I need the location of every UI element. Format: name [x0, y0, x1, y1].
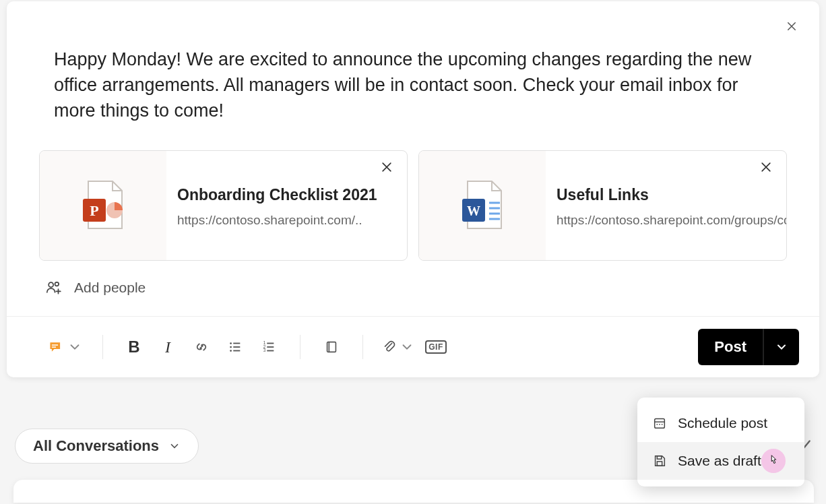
svg-rect-32 [657, 456, 661, 460]
gif-button[interactable]: GIF [421, 332, 451, 362]
bullet-list-button[interactable] [220, 332, 250, 362]
attachments-row: P Onboarding Checklist 2021 https://cont… [7, 150, 819, 273]
save-icon [652, 453, 667, 468]
attachment-card[interactable]: W Useful Links https://contoso.sharepoin… [418, 150, 787, 261]
svg-point-13 [230, 343, 232, 345]
attachment-body: Onboarding Checklist 2021 https://contos… [166, 151, 393, 260]
svg-rect-33 [657, 462, 662, 466]
svg-text:P: P [90, 202, 98, 219]
bold-button[interactable]: B [119, 332, 149, 362]
attachment-url: https://contoso.sharepoint.com/.. [177, 212, 377, 229]
separator [300, 335, 300, 359]
chevron-down-icon [168, 440, 181, 452]
gif-icon: GIF [425, 340, 447, 354]
svg-rect-11 [52, 345, 58, 346]
word-file-icon: W [458, 179, 507, 232]
topic-button[interactable] [317, 332, 346, 362]
svg-point-15 [230, 346, 232, 348]
book-icon [324, 340, 339, 354]
close-icon [759, 160, 773, 174]
bold-icon: B [128, 338, 139, 356]
bullet-list-icon [228, 340, 243, 354]
discussion-icon [49, 340, 63, 354]
svg-point-30 [659, 424, 660, 425]
powerpoint-file-icon: P [79, 179, 127, 232]
calendar-icon [652, 416, 667, 431]
add-people-row[interactable]: Add people [7, 273, 819, 316]
close-compose-button[interactable] [786, 20, 802, 36]
italic-icon: I [165, 338, 170, 356]
link-icon [194, 340, 209, 354]
svg-point-31 [662, 424, 663, 425]
svg-point-17 [230, 350, 232, 352]
close-icon [380, 160, 393, 174]
filter-label: All Conversations [33, 437, 159, 455]
attachment-title: Onboarding Checklist 2021 [177, 185, 377, 206]
svg-rect-12 [52, 347, 56, 348]
svg-text:W: W [467, 203, 480, 218]
paperclip-icon [382, 340, 397, 354]
attachment-url: https://contoso.sharepoint.com/groups/co… [557, 212, 787, 229]
attachment-card[interactable]: P Onboarding Checklist 2021 https://cont… [39, 150, 408, 261]
post-button[interactable]: Post [698, 329, 763, 365]
post-split-button: Post [698, 329, 799, 365]
numbered-list-icon: 1 2 3 [261, 340, 276, 354]
separator [102, 335, 103, 359]
pointer-cursor-icon [766, 453, 781, 468]
cursor-highlight [761, 449, 786, 473]
conversations-filter[interactable]: All Conversations [15, 429, 199, 464]
people-add-icon [44, 278, 63, 297]
chevron-down-icon [775, 340, 788, 354]
chevron-down-icon [67, 340, 82, 354]
link-button[interactable] [187, 332, 216, 362]
message-type-picker[interactable] [44, 332, 86, 362]
svg-point-9 [49, 283, 53, 288]
svg-rect-27 [655, 419, 665, 429]
remove-attachment-button[interactable] [759, 160, 777, 178]
attachment-icon-wrap: W [419, 151, 546, 260]
post-options-menu: Schedule post Save as draft [637, 398, 804, 486]
compose-toolbar: B I 1 2 3 [7, 316, 819, 377]
attach-button[interactable] [379, 332, 417, 362]
close-icon [786, 20, 798, 32]
compose-message-text[interactable]: Happy Monday! We are excited to announce… [7, 1, 819, 150]
svg-text:3: 3 [263, 348, 266, 353]
attachment-icon-wrap: P [40, 151, 166, 260]
remove-attachment-button[interactable] [380, 160, 398, 178]
attachment-body: Useful Links https://contoso.sharepoint.… [546, 151, 787, 260]
italic-button[interactable]: I [153, 332, 183, 362]
add-people-placeholder: Add people [74, 280, 146, 296]
attachment-title: Useful Links [557, 185, 787, 206]
svg-point-10 [55, 282, 59, 286]
numbered-list-button[interactable]: 1 2 3 [254, 332, 284, 362]
chevron-down-icon [400, 340, 414, 354]
svg-rect-25 [327, 342, 336, 352]
menu-item-schedule-post[interactable]: Schedule post [637, 404, 804, 442]
menu-item-save-as-draft[interactable]: Save as draft [637, 442, 804, 480]
menu-item-label: Schedule post [678, 415, 767, 431]
post-options-button[interactable] [763, 329, 799, 365]
svg-point-29 [656, 424, 658, 425]
compose-card: Happy Monday! We are excited to announce… [7, 1, 819, 377]
menu-item-label: Save as draft [678, 453, 761, 469]
separator [362, 335, 363, 359]
